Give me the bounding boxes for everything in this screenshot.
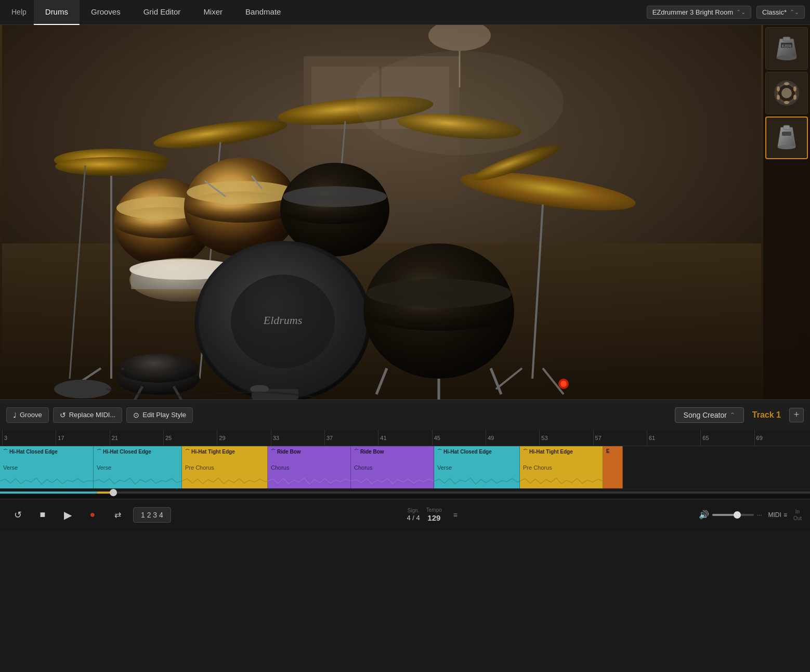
record-button[interactable]: ● <box>83 506 102 524</box>
ruler-mark-41: 41 <box>378 430 432 446</box>
nav-item-bandmate[interactable]: Bandmate <box>234 0 292 25</box>
in-out-display: In Out <box>793 508 802 522</box>
nav-item-help[interactable]: Help <box>4 0 34 25</box>
ruler-mark-49: 49 <box>486 430 539 446</box>
instrument-slot-tambourine[interactable] <box>765 72 808 114</box>
svg-rect-57 <box>783 37 790 41</box>
svg-point-67 <box>777 86 780 92</box>
instrument-panel: EZD3 <box>763 25 810 399</box>
transport-bar: ↺ ■ ▶ ● ⇄ 1 2 3 4 Sign. 4 / 4 Tempo 129 … <box>0 499 810 530</box>
svg-rect-71 <box>782 132 791 136</box>
progress-bar-track[interactable] <box>0 492 810 494</box>
clip-hihat-closed-verse-1[interactable]: ⌒ Hi-Hat Closed Edge Verse <box>0 446 94 488</box>
progress-fill-cyan <box>0 492 97 494</box>
svg-point-8 <box>55 157 167 176</box>
ruler-mark-17: 17 <box>56 430 109 446</box>
svg-point-44 <box>54 380 111 398</box>
svg-point-62 <box>784 82 789 85</box>
track-lane: ⌒ Hi-Hat Closed Edge Verse ⌒ Hi-Hat Clos… <box>0 446 810 489</box>
svg-point-54 <box>356 51 564 155</box>
ruler-mark-33: 33 <box>271 430 324 446</box>
transport-menu-button[interactable]: ≡ <box>448 508 463 522</box>
time-signature: Sign. 4 / 4 <box>407 508 420 522</box>
stop-button[interactable]: ■ <box>33 506 52 524</box>
kit-preset-arrows: ⌃⌄ <box>736 9 746 16</box>
nav-item-mixer[interactable]: Mixer <box>192 0 234 25</box>
controls-bar: ♩ Groove ↺ Replace MIDI... ⊙ Edit Play S… <box>0 399 810 430</box>
nav-item-drums[interactable]: Drums <box>34 0 80 25</box>
counter-display: 1 2 3 4 <box>133 507 171 523</box>
volume-slider[interactable] <box>712 514 754 516</box>
style-preset-arrows: ⌃⌄ <box>790 9 799 16</box>
kit-preset-selector[interactable]: EZdrummer 3 Bright Room ⌃⌄ <box>647 6 751 19</box>
nav-item-grooves[interactable]: Grooves <box>80 0 132 25</box>
ruler-mark-53: 53 <box>539 430 593 446</box>
nav-item-grid-editor[interactable]: Grid Editor <box>132 0 192 25</box>
loop-icon: ⇄ <box>114 510 121 520</box>
svg-rect-69 <box>783 125 790 130</box>
volume-knob[interactable] <box>734 511 741 519</box>
style-preset-selector[interactable]: Classic* ⌃⌄ <box>756 6 805 19</box>
clip-icon-7: ⌒ <box>523 448 528 455</box>
song-creator-button[interactable]: Song Creator ⌃ <box>675 407 744 423</box>
replace-midi-icon: ↺ <box>60 411 66 419</box>
track-label: Track 1 <box>748 410 785 420</box>
edit-play-style-button[interactable]: ⊙ Edit Play Style <box>126 407 193 423</box>
midi-menu-icon: ≡ <box>783 511 787 519</box>
tempo-display[interactable]: Tempo 129 <box>426 507 442 523</box>
volume-area: 🔊 ··· <box>699 510 762 520</box>
drum-canvas: Eldrums <box>0 25 763 399</box>
clip-hihat-tight-prechorus-2[interactable]: ⌒ Hi-Hat Tight Edge Pre Chorus <box>520 446 603 488</box>
svg-point-27 <box>187 181 296 204</box>
midi-button[interactable]: MIDI ≡ <box>768 511 787 519</box>
clip-waveform-1 <box>0 476 94 486</box>
svg-point-64 <box>793 95 796 100</box>
svg-point-70 <box>778 145 795 149</box>
drum-kit-area: Eldrums <box>0 25 810 399</box>
svg-point-68 <box>781 88 792 98</box>
stop-icon: ■ <box>40 509 46 520</box>
clip-waveform-7 <box>520 476 603 486</box>
clip-ride-bow-chorus-1[interactable]: ⌒ Ride Bow Chorus <box>268 446 351 488</box>
ruler-mark-65: 65 <box>700 430 754 446</box>
clip-ride-bow-chorus-2[interactable]: ⌒ Ride Bow Chorus <box>351 446 434 488</box>
ruler-mark-21: 21 <box>110 430 163 446</box>
groove-icon: ♩ <box>13 411 17 419</box>
volume-icon: 🔊 <box>699 510 709 520</box>
groove-button[interactable]: ♩ Groove <box>6 407 49 423</box>
play-button[interactable]: ▶ <box>58 506 77 524</box>
ruler-mark-3: 3 <box>2 430 56 446</box>
top-navigation: Help Drums Grooves Grid Editor Mixer Ban… <box>0 0 810 25</box>
ruler-mark-69: 69 <box>754 430 808 446</box>
svg-point-40 <box>366 279 512 308</box>
svg-point-63 <box>793 86 796 92</box>
hamburger-icon: ≡ <box>453 511 458 519</box>
instrument-slot-cowbell2[interactable] <box>765 117 808 159</box>
empty-track-space[interactable] <box>623 446 810 488</box>
svg-point-66 <box>777 95 780 100</box>
ruler-mark-37: 37 <box>324 430 378 446</box>
tambourine-icon <box>770 80 803 107</box>
rewind-button[interactable]: ↺ <box>8 506 27 524</box>
ruler-mark-57: 57 <box>593 430 647 446</box>
clip-icon-4: ⌒ <box>271 448 276 455</box>
clip-hihat-closed-verse-3[interactable]: ⌒ Hi-Hat Closed Edge Verse <box>434 446 520 488</box>
clip-end-segment[interactable]: E <box>603 446 623 488</box>
progress-handle[interactable] <box>110 489 117 496</box>
clip-icon-3: ⌒ <box>185 448 190 455</box>
progress-bar-area[interactable] <box>0 492 810 499</box>
song-creator-icon: ⌃ <box>730 411 735 419</box>
add-track-button[interactable]: + <box>789 408 804 422</box>
clip-icon-2: ⌒ <box>97 448 101 455</box>
replace-midi-button[interactable]: ↺ Replace MIDI... <box>53 407 123 423</box>
svg-text:EZD3: EZD3 <box>782 44 791 48</box>
clip-icon-1: ⌒ <box>3 448 8 455</box>
ruler-marks: 3 17 21 25 29 33 37 41 45 49 53 57 61 65… <box>2 430 808 446</box>
clip-waveform-2 <box>94 476 182 486</box>
clip-hihat-tight-prechorus-1[interactable]: ⌒ Hi-Hat Tight Edge Pre Chorus <box>182 446 268 488</box>
clip-hihat-closed-verse-2[interactable]: ⌒ Hi-Hat Closed Edge Verse <box>94 446 182 488</box>
ruler-mark-25: 25 <box>163 430 217 446</box>
clip-waveform-5 <box>351 476 434 486</box>
loop-button[interactable]: ⇄ <box>108 506 127 524</box>
instrument-slot-cowbell[interactable]: EZD3 <box>765 27 808 70</box>
